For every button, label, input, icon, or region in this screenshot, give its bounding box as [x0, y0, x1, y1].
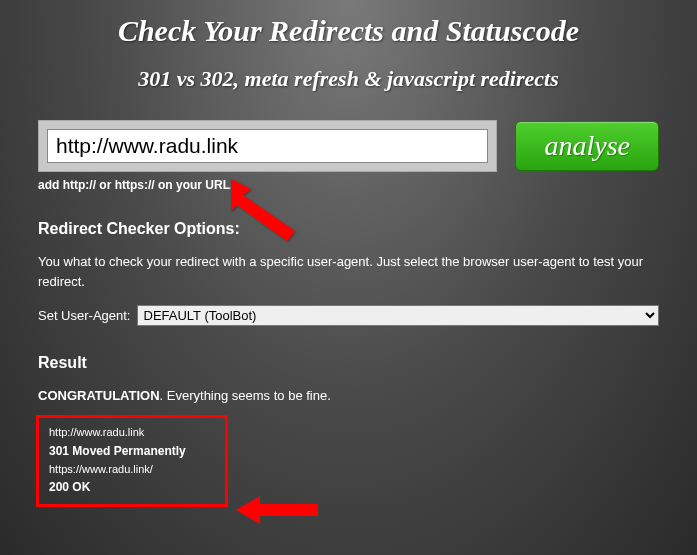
analyse-button[interactable]: analyse: [515, 121, 659, 171]
result-heading: Result: [38, 354, 659, 372]
page-subtitle: 301 vs 302, meta refresh & javascript re…: [0, 66, 697, 92]
options-heading: Redirect Checker Options:: [38, 220, 659, 238]
user-agent-label: Set User-Agent:: [38, 308, 131, 323]
result-congrat: CONGRATULATION: [38, 388, 160, 403]
result-congrat-rest: . Everything seems to be fine.: [160, 388, 331, 403]
arrow-result-icon: [232, 490, 322, 530]
result-line-2: 301 Moved Permanently: [49, 442, 215, 461]
result-line-1: http://www.radu.link: [49, 424, 215, 442]
url-input[interactable]: [47, 129, 488, 163]
input-row: analyse: [38, 120, 659, 172]
url-input-wrap: [38, 120, 497, 172]
result-line-3: https://www.radu.link/: [49, 461, 215, 479]
result-box: http://www.radu.link 301 Moved Permanent…: [36, 415, 228, 507]
page-title: Check Your Redirects and Statuscode: [0, 0, 697, 48]
user-agent-select[interactable]: DEFAULT (ToolBot): [137, 305, 660, 326]
svg-marker-1: [236, 496, 318, 524]
result-line-4: 200 OK: [49, 478, 215, 497]
user-agent-row: Set User-Agent: DEFAULT (ToolBot): [38, 305, 659, 326]
result-message: CONGRATULATION. Everything seems to be f…: [38, 388, 659, 403]
options-description: You what to check your redirect with a s…: [38, 252, 659, 291]
url-hint: add http:// or https:// on your URL.: [38, 178, 659, 192]
